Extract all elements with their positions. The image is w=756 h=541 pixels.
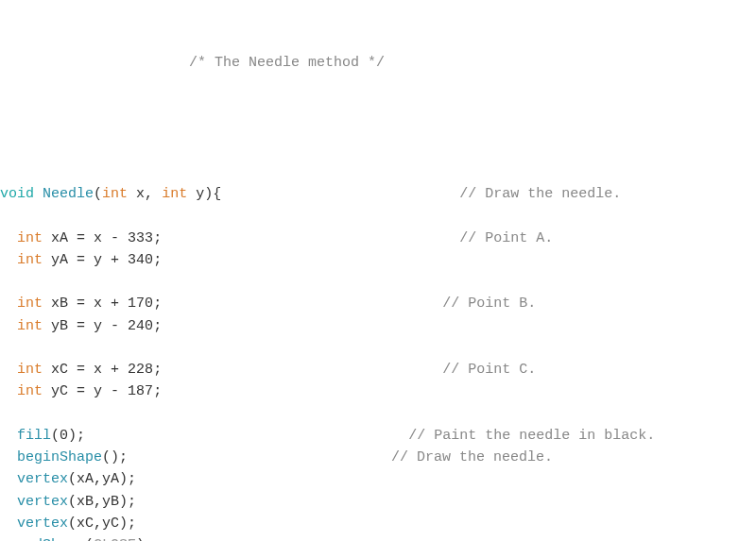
token-op: = <box>68 296 94 312</box>
token-func: Needle <box>43 186 94 202</box>
code-line: beginShape(); // Draw the needle. <box>0 447 756 468</box>
code-header-comment: /* The Needle method */ <box>0 52 756 74</box>
token-func: vertex <box>17 516 68 532</box>
token-punct: ); <box>119 471 136 487</box>
token-ident: x <box>94 230 102 246</box>
token-punct: ( <box>68 494 77 510</box>
token-punct: , <box>145 186 162 202</box>
token-num: 170 <box>128 296 153 312</box>
token-num: 240 <box>128 318 153 334</box>
blank-line <box>0 117 756 139</box>
token-kw-type2: int <box>17 362 43 378</box>
code-line: int yC = y - 187; <box>0 380 756 402</box>
token-op: + <box>102 296 128 312</box>
code-line: vertex(xA,yA); <box>0 468 756 490</box>
token-func: vertex <box>17 471 68 487</box>
token-punct: ; <box>153 383 162 399</box>
code-line <box>0 205 756 227</box>
line-comment: // Point B. <box>442 296 536 312</box>
code-line: endShape(CLOSE); <box>0 534 756 541</box>
code-lines: void Needle(int x, int y){ // Draw the n… <box>0 183 756 541</box>
token-ident: xB <box>77 494 94 510</box>
code-line: fill(0); // Paint the needle in black. <box>0 425 756 447</box>
token-kw-type2: int <box>102 186 128 202</box>
token-func: fill <box>17 428 51 444</box>
token-punct: , <box>94 516 102 532</box>
token-punct: ; <box>153 362 162 378</box>
line-comment: // Point A. <box>459 230 553 246</box>
token-ident: yC <box>102 516 119 532</box>
line-comment: // Paint the needle in black. <box>408 428 655 444</box>
token-punct: ; <box>153 252 162 268</box>
token-punct: ( <box>51 428 60 444</box>
code-block: /* The Needle method */ void Needle(int … <box>0 8 756 541</box>
line-comment: // Point C. <box>442 362 536 378</box>
token-ident: yA <box>102 471 119 487</box>
token-ident: yC <box>51 383 68 399</box>
token-ident: x <box>136 186 145 202</box>
token-num: 333 <box>128 230 153 246</box>
token-punct: ( <box>85 537 94 541</box>
token-punct: , <box>94 494 102 510</box>
token-ident: xA <box>51 230 68 246</box>
token-op: = <box>68 230 94 246</box>
token-ident: xA <box>77 471 94 487</box>
code-line: vertex(xC,yC); <box>0 513 756 534</box>
token-punct: , <box>94 471 102 487</box>
token-op: = <box>68 252 94 268</box>
token-kw-type2: int <box>17 252 43 268</box>
token-punct: ){ <box>204 186 221 202</box>
token-op: - <box>102 383 128 399</box>
token-kw-type2: int <box>17 296 43 312</box>
token-ident: x <box>94 296 102 312</box>
token-kw-type: void <box>0 186 34 202</box>
token-func: endShape <box>17 537 85 541</box>
token-func: beginShape <box>17 449 102 465</box>
token-op: - <box>102 230 128 246</box>
token-kw-type2: int <box>17 383 43 399</box>
token-punct: ); <box>119 494 136 510</box>
token-punct: ( <box>68 471 77 487</box>
code-line: int yA = y + 340; <box>0 249 756 271</box>
token-ident: y <box>94 252 102 268</box>
token-num: 340 <box>128 252 153 268</box>
token-ident: yA <box>51 252 68 268</box>
token-punct: ); <box>68 428 85 444</box>
code-line: void Needle(int x, int y){ // Draw the n… <box>0 183 756 205</box>
code-line: int yB = y - 240; <box>0 315 756 337</box>
block-comment: /* The Needle method */ <box>189 55 385 71</box>
code-line <box>0 271 756 293</box>
token-num: 228 <box>128 362 153 378</box>
token-punct: ( <box>68 516 77 532</box>
token-kw-type2: int <box>17 230 43 246</box>
token-op: = <box>68 318 94 334</box>
line-comment: // Draw the needle. <box>459 186 621 202</box>
token-ident: y <box>196 186 204 202</box>
code-line: int xA = x - 333; // Point A. <box>0 228 756 249</box>
token-punct: ); <box>119 516 136 532</box>
token-op: = <box>68 383 94 399</box>
token-func: vertex <box>17 494 68 510</box>
token-punct: ; <box>153 230 162 246</box>
token-ident: y <box>94 318 102 334</box>
token-punct: ; <box>153 296 162 312</box>
code-line: vertex(xB,yB); <box>0 491 756 513</box>
token-op: = <box>68 362 94 378</box>
token-num: 0 <box>60 428 68 444</box>
token-op: + <box>102 252 128 268</box>
token-ident: xC <box>77 516 94 532</box>
token-punct: ( <box>94 186 102 202</box>
token-kw-type2: int <box>17 318 43 334</box>
token-punct: ); <box>136 537 153 541</box>
code-line <box>0 403 756 425</box>
code-line <box>0 337 756 359</box>
token-ident: x <box>94 362 102 378</box>
token-op: + <box>102 362 128 378</box>
token-num: 187 <box>128 383 153 399</box>
token-punct: ; <box>153 318 162 334</box>
token-ident: yB <box>51 318 68 334</box>
token-punct: (); <box>102 449 128 465</box>
token-ident: yB <box>102 494 119 510</box>
token-ident: xB <box>51 296 68 312</box>
token-ident: y <box>94 383 102 399</box>
